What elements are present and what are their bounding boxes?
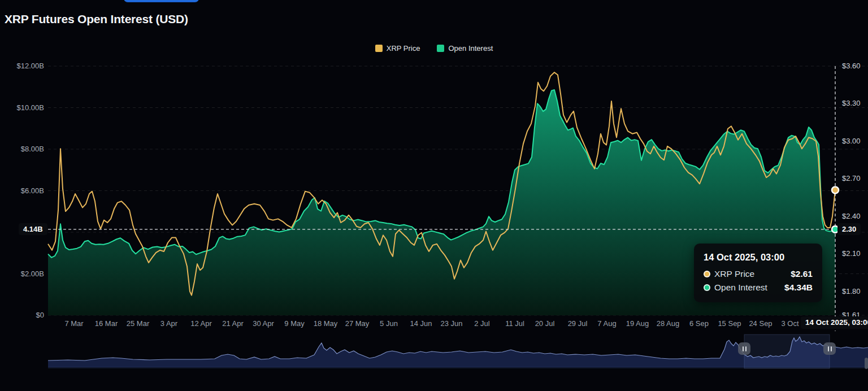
- y-axis-right-label: $2.70: [842, 174, 861, 183]
- tooltip-row-xrp-price: XRP Price $2.61: [704, 269, 813, 279]
- xrp-price-dot-icon: [704, 271, 710, 277]
- tooltip-value-open-interest: $4.34B: [784, 283, 813, 293]
- chart-tooltip: 14 Oct 2025, 03:00 XRP Price $2.61 Open …: [694, 244, 822, 302]
- crosshair-date-badge: 14 Oct 2025, 03:00: [801, 316, 868, 329]
- navigator-right-handle[interactable]: [823, 342, 836, 355]
- tooltip-row-open-interest: Open Interest $4.34B: [704, 283, 813, 293]
- y-axis-left-label: $8.00B: [0, 145, 44, 153]
- open-interest-dot-icon: [704, 284, 710, 291]
- y-axis-right-label: $3.30: [842, 99, 861, 107]
- tooltip-label-xrp-price: XRP Price: [714, 269, 754, 279]
- tooltip-timestamp: 14 Oct 2025, 03:00: [704, 252, 813, 263]
- y-axis-right-label: $3.00: [842, 137, 861, 145]
- y-axis-right-label: $2.10: [842, 249, 861, 258]
- y-axis-left-label: $0: [0, 311, 44, 319]
- page-scrollbar-thumb[interactable]: [865, 358, 868, 369]
- xrp-futures-open-interest-page: XRP Futures Open Interest (USD) XRP Pric…: [0, 0, 868, 391]
- xrp-price-last-marker: [832, 186, 839, 193]
- y-axis-left-label: $10.00B: [0, 103, 44, 112]
- y-axis-right-label: $2.40: [842, 212, 861, 220]
- navigator-selection[interactable]: [744, 334, 830, 368]
- tooltip-label-open-interest: Open Interest: [714, 283, 767, 293]
- y-axis-left-label: $12.00B: [0, 62, 44, 70]
- y-axis-right-label: $1.80: [842, 287, 861, 296]
- y-axis-right-label: $3.60: [842, 62, 861, 70]
- price-open-interest-chart[interactable]: [0, 0, 868, 391]
- tooltip-value-xrp-price: $2.61: [791, 269, 813, 279]
- price-axis-crosshair-badge: 2.30: [837, 223, 861, 235]
- y-axis-left-label: $6.00B: [0, 186, 44, 195]
- navigator-left-handle[interactable]: [738, 342, 750, 355]
- open-interest-crosshair-badge: 4.14B: [19, 223, 47, 235]
- y-axis-left-label: $2.00B: [0, 270, 44, 278]
